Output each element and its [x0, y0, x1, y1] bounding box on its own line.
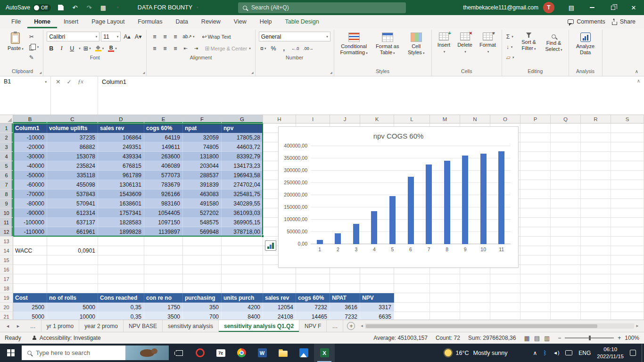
- table-header-cell[interactable]: NPV: [360, 293, 394, 303]
- cell[interactable]: [581, 255, 611, 265]
- cell[interactable]: [581, 274, 611, 284]
- cell[interactable]: [520, 199, 551, 208]
- sheet-nav-right-icon[interactable]: ►: [16, 324, 20, 329]
- comments-button[interactable]: Comments: [568, 18, 605, 25]
- tab-file[interactable]: File: [5, 15, 27, 28]
- cell[interactable]: [520, 123, 551, 133]
- zoom-slider-thumb[interactable]: [589, 336, 591, 340]
- cell[interactable]: [551, 189, 581, 199]
- cell[interactable]: -110000: [13, 227, 47, 237]
- cell[interactable]: [183, 265, 222, 274]
- align-bottom-button[interactable]: ≡: [171, 32, 180, 41]
- merge-center-button[interactable]: ⊞Merge & Center▾: [204, 44, 251, 53]
- cell[interactable]: 1306131: [98, 180, 144, 189]
- chart-bar[interactable]: [444, 161, 450, 244]
- scroll-right-icon[interactable]: ►: [636, 324, 639, 328]
- bold-button[interactable]: B: [47, 43, 56, 53]
- scroll-left-icon[interactable]: ◄: [360, 324, 363, 328]
- table-header-cell[interactable]: purchasing: [183, 293, 222, 303]
- tab-page-layout[interactable]: Page Layout: [85, 15, 131, 28]
- table-header-cell[interactable]: cogs 60%: [144, 123, 183, 133]
- cell[interactable]: [581, 189, 611, 199]
- cell[interactable]: 263600: [144, 152, 183, 161]
- row-header[interactable]: 7: [0, 180, 13, 189]
- cell[interactable]: [581, 199, 611, 208]
- column-header[interactable]: K: [360, 115, 394, 123]
- save-button[interactable]: [57, 2, 65, 13]
- undo-button[interactable]: ↶: [71, 2, 79, 13]
- cell[interactable]: [551, 161, 581, 171]
- find-select-button[interactable]: Find & Select▾: [543, 31, 565, 52]
- cell[interactable]: [13, 237, 47, 246]
- row-header[interactable]: 19: [0, 293, 13, 303]
- cell[interactable]: [611, 293, 644, 303]
- tab-help[interactable]: Help: [253, 15, 279, 28]
- column-header[interactable]: D: [98, 115, 144, 123]
- volume-icon[interactable]: ◄): [553, 350, 559, 355]
- cell[interactable]: 134173,23: [222, 161, 263, 171]
- cell[interactable]: 5000: [13, 312, 47, 320]
- cell[interactable]: [581, 227, 611, 237]
- cell[interactable]: 983160: [144, 199, 183, 208]
- copy-button[interactable]: ▾: [28, 42, 40, 52]
- action-center-icon[interactable]: [630, 350, 636, 356]
- cell[interactable]: [296, 284, 330, 293]
- tab-data[interactable]: Data: [169, 15, 194, 28]
- row-header[interactable]: 21: [0, 312, 13, 320]
- cell[interactable]: 1543609: [98, 189, 144, 199]
- tab-insert[interactable]: Insert: [57, 15, 85, 28]
- cell[interactable]: [490, 274, 520, 284]
- cell[interactable]: [611, 133, 644, 142]
- cell[interactable]: [611, 142, 644, 152]
- column-header[interactable]: B: [13, 115, 47, 123]
- table-header-cell[interactable]: Cons reached: [98, 293, 144, 303]
- cell[interactable]: [581, 237, 611, 246]
- align-left-button[interactable]: ≡: [150, 43, 159, 53]
- cell[interactable]: 288537: [183, 171, 222, 180]
- cell[interactable]: [611, 199, 644, 208]
- cell[interactable]: 8400: [222, 312, 263, 320]
- align-top-button[interactable]: ≡: [150, 32, 159, 41]
- cell[interactable]: 1054405: [144, 208, 183, 218]
- sheet-tab[interactable]: NPV BASE: [124, 320, 163, 332]
- column-header[interactable]: G: [222, 115, 263, 123]
- name-box[interactable]: B1 ▾: [0, 76, 51, 115]
- cell[interactable]: [47, 265, 98, 274]
- cell[interactable]: 149611: [144, 142, 183, 152]
- grow-font-button[interactable]: A▴: [122, 32, 132, 41]
- table-header-cell[interactable]: units purch: [222, 293, 263, 303]
- page-break-view-icon[interactable]: ▥: [544, 335, 550, 342]
- close-button[interactable]: ✕: [623, 0, 644, 15]
- cell[interactable]: [611, 274, 644, 284]
- column-header[interactable]: S: [611, 115, 644, 123]
- cell[interactable]: [551, 246, 581, 255]
- cell[interactable]: [551, 293, 581, 303]
- cell[interactable]: 7232: [296, 303, 330, 312]
- cell[interactable]: -20000: [13, 142, 47, 152]
- row-header[interactable]: 9: [0, 199, 13, 208]
- redo-button[interactable]: ↷: [85, 2, 93, 13]
- cell[interactable]: [520, 171, 551, 180]
- cell[interactable]: -10000: [13, 133, 47, 142]
- cell[interactable]: [520, 218, 551, 227]
- select-all-corner[interactable]: [0, 115, 13, 123]
- taskbar-icon-photos[interactable]: [293, 344, 314, 362]
- cell[interactable]: [581, 246, 611, 255]
- cut-button[interactable]: ✂: [28, 32, 40, 41]
- cell[interactable]: [520, 189, 551, 199]
- taskbar-icon-word[interactable]: W: [252, 344, 272, 362]
- cell[interactable]: [430, 312, 460, 320]
- cell[interactable]: [183, 274, 222, 284]
- cell[interactable]: [394, 303, 430, 312]
- task-view-button[interactable]: [169, 344, 190, 362]
- sheet-tab[interactable]: sensitivty analysis: [163, 320, 219, 332]
- tray-expand-icon[interactable]: ∧: [533, 350, 537, 356]
- cell[interactable]: [520, 152, 551, 161]
- italic-button[interactable]: I: [57, 43, 66, 53]
- cell[interactable]: 391839: [183, 180, 222, 189]
- cell[interactable]: [98, 284, 144, 293]
- cell[interactable]: [611, 227, 644, 237]
- wrap-text-button[interactable]: ↩Wrap Text: [201, 32, 231, 41]
- cell[interactable]: 961789: [98, 171, 144, 180]
- borders-button[interactable]: ⊞▾: [82, 43, 92, 53]
